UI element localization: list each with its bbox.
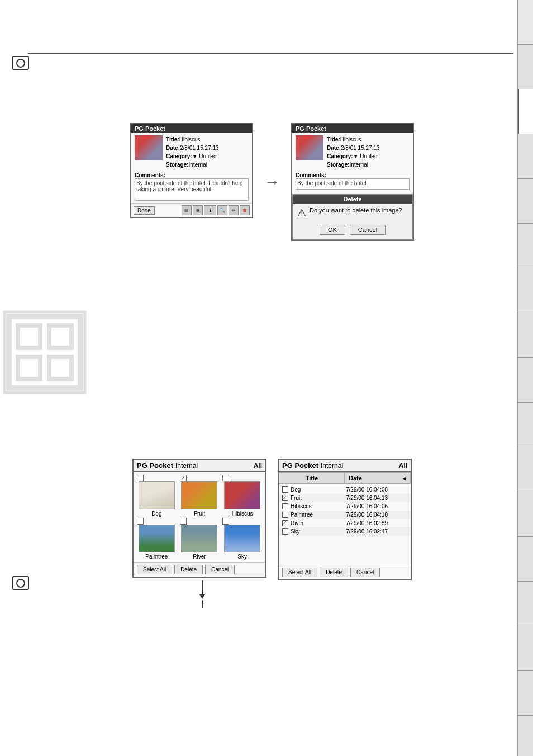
list-row-sky: Sky 7/29/00 16:02:47 (279, 527, 411, 536)
list-view-icon[interactable]: ▤ (182, 205, 192, 215)
delete-toolbar-icon[interactable]: 🗑 (240, 205, 250, 215)
checkbox-river[interactable] (180, 518, 187, 525)
side-tab-3-active[interactable] (518, 89, 533, 134)
select-all-button-list[interactable]: Select All (282, 568, 317, 577)
checkbox-sky[interactable] (222, 518, 229, 525)
comments-text-right[interactable]: By the pool side of the hotel. (296, 178, 410, 190)
list-checkbox-dog[interactable] (282, 486, 288, 493)
arrow-line (202, 580, 203, 594)
list-all-label: All (399, 462, 407, 470)
side-tab-9[interactable] (518, 358, 533, 403)
side-tab-8[interactable] (518, 313, 533, 358)
grid-cells-container: Dog ✓ Fruit Hibiscus (134, 472, 265, 562)
image-detail-dialog: PG Pocket Title:Hibiscus Date:2/8/01 15:… (130, 123, 253, 218)
comments-label: Comments: (135, 172, 249, 178)
grid-panel-footer: Select All Delete Cancel (134, 562, 265, 577)
comments-section-right: Comments: By the pool side of the hotel. (292, 171, 413, 192)
side-tab-14[interactable] (518, 582, 533, 626)
delete-button-list[interactable]: Delete (320, 568, 348, 577)
col-header-date[interactable]: Date ◄ (345, 472, 411, 484)
list-cell-date-dog: 7/29/00 16:04:08 (345, 486, 408, 493)
checkbox-palmtree[interactable] (137, 518, 144, 525)
pg-toolbar: Done ▤ ⊞ ℹ 🔍 ✏ 🗑 (131, 203, 252, 217)
watermark-icon (0, 308, 89, 397)
pg-dialog-header-right: PG Pocket (292, 124, 413, 133)
side-tab-10[interactable] (518, 403, 533, 447)
section2-views: PG Pocket Internal All Dog ✓ (31, 459, 513, 608)
side-tab-6[interactable] (518, 224, 533, 268)
side-tab-7[interactable] (518, 268, 533, 313)
arrow-down-area (31, 580, 513, 608)
info-icon[interactable]: ℹ (204, 205, 216, 215)
list-row-dog: Dog 7/29/00 16:04:08 (279, 485, 411, 494)
pg-dialog-header: PG Pocket (131, 124, 252, 133)
image-palmtree (139, 525, 175, 552)
list-checkbox-hibiscus[interactable] (282, 503, 288, 509)
side-tabs (517, 0, 533, 756)
side-tab-1[interactable] (518, 0, 533, 45)
delete-button-grid[interactable]: Delete (174, 565, 203, 574)
sort-arrow-icon: ◄ (401, 475, 407, 481)
category-field: Category:▼ Unfiled (166, 152, 219, 160)
warning-icon: ⚠ (297, 207, 306, 219)
arrow-head (199, 594, 205, 599)
list-checkbox-fruit[interactable] (282, 495, 288, 501)
delete-popup-header: Delete (293, 195, 412, 204)
side-tab-13[interactable] (518, 537, 533, 582)
list-view-panel: PG Pocket Internal All Title Date ◄ (278, 459, 412, 580)
title-field-r: Title:Hibiscus (327, 135, 380, 144)
side-tab-4[interactable] (518, 134, 533, 179)
comments-text[interactable]: By the pool side of the hotel. I couldn'… (135, 178, 249, 201)
label-sky: Sky (237, 554, 247, 560)
zoom-icon[interactable]: 🔍 (217, 205, 227, 215)
list-cell-date-palmtree: 7/29/00 16:04:10 (345, 511, 408, 518)
side-tab-11[interactable] (518, 447, 533, 492)
pg-info-fields: Title:Hibiscus Date:2/8/01 15:27:13 Cate… (166, 135, 219, 169)
label-dog: Dog (151, 511, 161, 517)
list-cell-name-fruit: Fruit (281, 494, 345, 502)
down-arrow-indicator (199, 580, 205, 608)
image-river (181, 525, 217, 552)
side-tab-16[interactable] (518, 671, 533, 716)
comments-section: Comments: By the pool side of the hotel.… (131, 171, 252, 203)
list-cell-name-river: River (281, 519, 345, 527)
list-title: PG Pocket (282, 461, 318, 470)
list-checkbox-river[interactable] (282, 520, 288, 526)
delete-confirm-dialog: PG Pocket Title:Hibiscus Date:2/8/01 15:… (291, 123, 414, 241)
grid-cell-dog: Dog (136, 475, 178, 517)
pg-dialog-right: PG Pocket Title:Hibiscus Date:2/8/01 15:… (291, 123, 414, 241)
list-checkbox-palmtree[interactable] (282, 512, 288, 518)
grid-view-icon[interactable]: ⊞ (193, 205, 203, 215)
checkbox-hibiscus[interactable] (222, 475, 229, 481)
list-row-hibiscus: Hibiscus 7/29/00 16:04:06 (279, 502, 411, 511)
list-rows-container: Dog 7/29/00 16:04:08 Fruit 7/29/00 16:04… (279, 484, 411, 537)
checkbox-fruit[interactable]: ✓ (180, 475, 187, 481)
comments-label-right: Comments: (296, 172, 410, 178)
grid-cell-palmtree: Palmtree (136, 518, 178, 560)
list-empty-space (279, 537, 411, 565)
cancel-button-grid[interactable]: Cancel (205, 565, 235, 574)
side-tab-5[interactable] (518, 179, 533, 224)
cancel-button[interactable]: Cancel (350, 225, 386, 235)
arrow-line-2 (202, 600, 203, 608)
delete-popup-buttons: OK Cancel (293, 223, 412, 239)
list-storage: Internal (321, 462, 343, 470)
grid-title: PG Pocket (137, 461, 173, 470)
ok-button[interactable]: OK (320, 225, 345, 235)
side-tab-17[interactable] (518, 716, 533, 756)
side-tab-2[interactable] (518, 45, 533, 89)
list-cell-name-dog: Dog (281, 486, 345, 493)
done-button[interactable]: Done (134, 206, 155, 215)
section1-delete: PG Pocket Title:Hibiscus Date:2/8/01 15:… (31, 123, 513, 241)
list-checkbox-sky[interactable] (282, 528, 288, 535)
select-all-button-grid[interactable]: Select All (137, 565, 172, 574)
svg-rect-2 (49, 325, 72, 348)
label-palmtree: Palmtree (145, 554, 168, 560)
cancel-button-list[interactable]: Cancel (350, 568, 380, 577)
checkbox-dog[interactable] (137, 475, 144, 481)
col-header-title[interactable]: Title (279, 472, 345, 484)
side-tab-12[interactable] (518, 492, 533, 537)
edit-icon[interactable]: ✏ (229, 205, 239, 215)
side-tab-15[interactable] (518, 626, 533, 671)
list-cell-date-fruit: 7/29/00 16:04:13 (345, 494, 408, 502)
